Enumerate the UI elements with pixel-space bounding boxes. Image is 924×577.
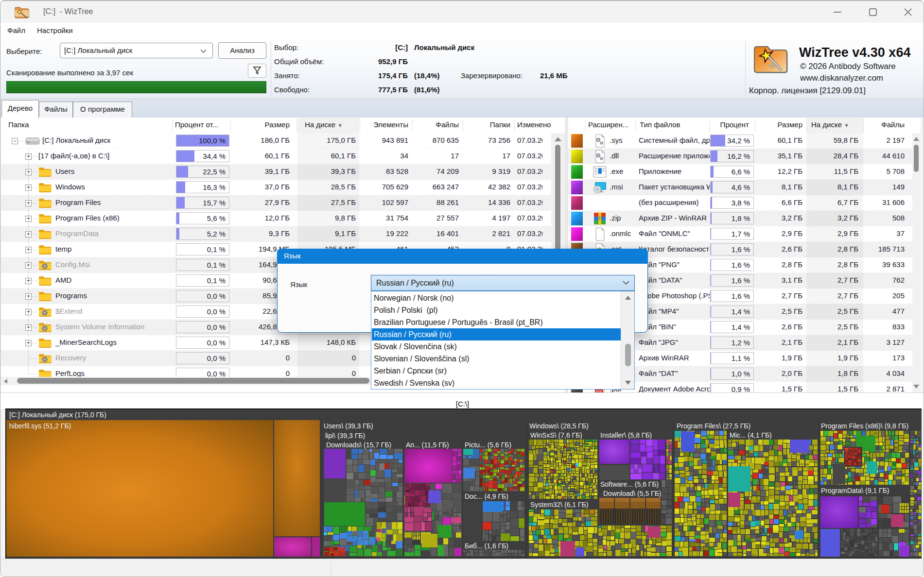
svg-text:Downloads\ (15,7 ГБ): Downloads\ (15,7 ГБ) — [326, 441, 391, 449]
svg-text:Installer\ (5,8 ГБ): Installer\ (5,8 ГБ) — [600, 431, 652, 439]
svg-text:ProgramData\ (9,1 ГБ): ProgramData\ (9,1 ГБ) — [821, 487, 889, 494]
svg-text:Program Files (x86)\ (9,8 ГБ): Program Files (x86)\ (9,8 ГБ) — [821, 422, 908, 430]
svg-text:Ап... (11,5 ГБ): Ап... (11,5 ГБ) — [406, 441, 449, 449]
svg-text:Pictu... (5,6 ГБ): Pictu... (5,6 ГБ) — [465, 441, 511, 449]
svg-text:Download\ (5,5 ГБ): Download\ (5,5 ГБ) — [603, 490, 662, 497]
svg-text:hiberfil.sys (51,2 ГБ): hiberfil.sys (51,2 ГБ) — [9, 422, 71, 430]
svg-text:System32\ (6,1 ГБ): System32\ (6,1 ГБ) — [530, 501, 588, 509]
svg-text:Биб... (1,6 ГБ): Биб... (1,6 ГБ) — [465, 542, 508, 550]
svg-text:Windows\ (28,5 ГБ): Windows\ (28,5 ГБ) — [529, 422, 589, 430]
svg-text:Mic... (4,1 ГБ): Mic... (4,1 ГБ) — [730, 431, 772, 439]
svg-text:lipi\ (39,3 ГБ): lipi\ (39,3 ГБ) — [325, 432, 365, 440]
svg-text:Software... (5,6 ГБ): Software... (5,6 ГБ) — [600, 480, 659, 488]
svg-text:Doc... (4,9 ГБ): Doc... (4,9 ГБ) — [465, 492, 508, 500]
svg-text:Users\ (39,3 ГБ): Users\ (39,3 ГБ) — [324, 422, 373, 430]
svg-text:WinSxS\ (7,6 ГБ): WinSxS\ (7,6 ГБ) — [530, 431, 582, 439]
svg-text:Program Files\ (27,5 ГБ): Program Files\ (27,5 ГБ) — [677, 422, 750, 430]
svg-text:[C:] Локальный диск (175,0 ГБ: [C:] Локальный диск (175,0 ГБ) — [9, 411, 106, 419]
